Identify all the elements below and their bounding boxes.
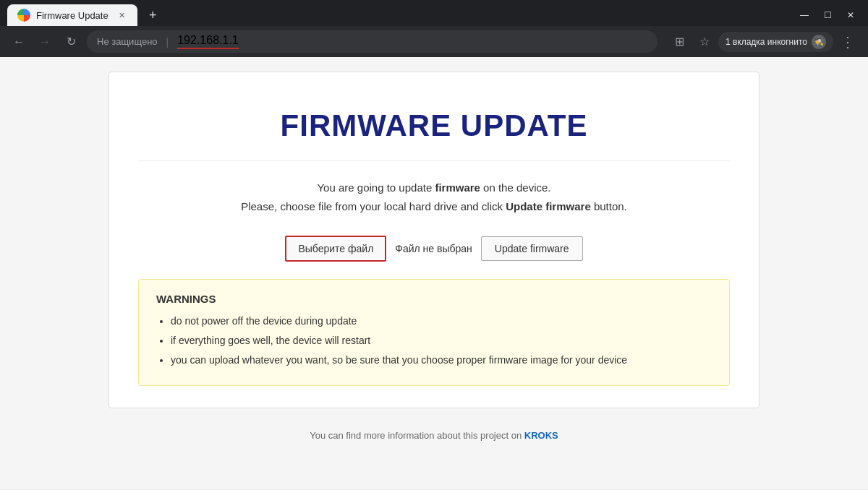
browser-icon [17,9,30,22]
not-secure-label: Не защищено [97,36,158,47]
footer: You can find more information about this… [310,423,558,448]
description: You are going to update firmware on the … [138,179,730,215]
choose-file-button[interactable]: Выберите файл [285,236,386,262]
footer-link[interactable]: KROKS [524,430,558,441]
incognito-badge[interactable]: 1 вкладка инкогнито 🕵 [718,32,833,52]
window-controls: — ☐ ✕ [794,5,861,25]
update-firmware-bold: Update firmware [506,200,591,212]
toolbar-icons: ⊞ ☆ 1 вкладка инкогнито 🕵 ⋮ [669,31,859,53]
menu-button[interactable]: ⋮ [836,33,859,51]
description-line1: You are going to update firmware on the … [138,179,730,197]
incognito-icon: 🕵 [812,35,826,49]
page-content: FIRMWARE UPDATE You are going to update … [0,57,868,489]
url-bar[interactable]: Не защищено | 192.168.1.1 [87,30,658,53]
page-title: FIRMWARE UPDATE [138,94,730,161]
new-tab-button[interactable]: + [143,5,163,26]
minimize-button[interactable]: — [794,5,814,25]
tab-close-button[interactable]: ✕ [116,9,127,21]
address-bar: ← → ↻ Не защищено | 192.168.1.1 ⊞ ☆ 1 вк… [0,26,868,57]
forward-button[interactable]: → [35,32,55,52]
tab-title: Firmware Update [36,10,109,21]
close-button[interactable]: ✕ [841,5,861,25]
active-tab[interactable]: Firmware Update ✕ [7,4,137,26]
update-firmware-button[interactable]: Update firmware [481,236,583,261]
maximize-button[interactable]: ☐ [817,5,838,25]
refresh-button[interactable]: ↻ [61,32,81,52]
warning-item-3: you can upload whatever you want, so be … [171,353,712,368]
description-line2: Please, choose file from your local hard… [138,197,730,216]
address-value: 192.168.1.1 [177,34,239,46]
title-bar: Firmware Update ✕ + — ☐ ✕ [0,0,868,26]
main-card: FIRMWARE UPDATE You are going to update … [109,72,760,408]
warnings-title: WARNINGS [156,293,712,305]
url-separator: | [166,36,169,48]
firmware-bold: firmware [435,181,480,194]
warning-item-1: do not power off the device during updat… [171,314,712,329]
warnings-list: do not power off the device during updat… [156,314,712,368]
warning-item-2: if everything goes well, the device will… [171,333,712,348]
no-file-label: Файл не выбран [395,243,472,254]
incognito-label: 1 вкладка инкогнито [726,37,807,47]
address-text: 192.168.1.1 [177,34,239,49]
back-button[interactable]: ← [9,32,29,52]
file-upload-row: Выберите файл Файл не выбран Update firm… [138,236,730,262]
bookmark-icon[interactable]: ☆ [694,31,715,53]
translate-icon[interactable]: ⊞ [669,31,691,53]
warnings-box: WARNINGS do not power off the device dur… [138,279,730,386]
browser-chrome: Firmware Update ✕ + — ☐ ✕ ← → ↻ Не защищ… [0,0,868,57]
footer-text: You can find more information about this… [310,430,524,441]
